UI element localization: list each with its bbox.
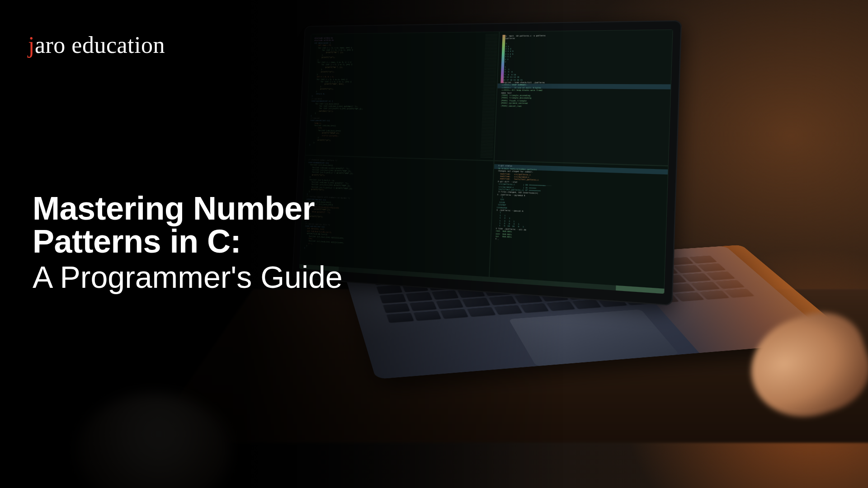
headline-line-2: Patterns in C: (33, 225, 343, 258)
brand-logo: jaro education (28, 32, 165, 58)
logo-accent-letter: j (28, 32, 35, 58)
headline-line-3: A Programmer's Guide (33, 260, 343, 294)
logo-text: aro education (35, 32, 165, 58)
headline-line-1: Mastering Number (33, 192, 343, 225)
headline-block: Mastering Number Patterns in C: A Progra… (33, 192, 343, 294)
